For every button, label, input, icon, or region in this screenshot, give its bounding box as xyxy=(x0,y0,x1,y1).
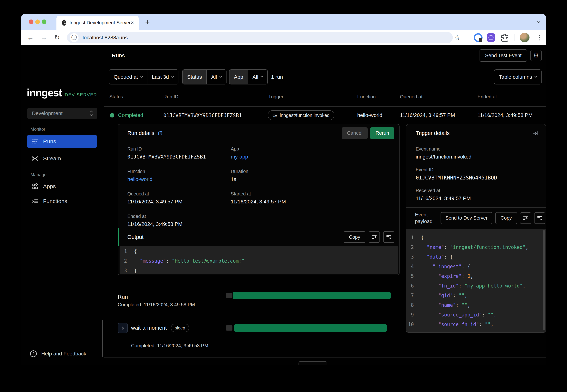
code-line: 7 "gid": "", xyxy=(406,291,546,300)
time-range-segment[interactable]: Last 3d xyxy=(147,70,178,84)
help-and-feedback[interactable]: ? Help and Feedback xyxy=(30,350,86,357)
step-timeline-bar[interactable] xyxy=(234,324,387,332)
scroll-to-bottom-icon[interactable] xyxy=(383,231,394,243)
sidebar-item-apps[interactable]: Apps xyxy=(27,180,97,193)
code-line: 3 "data": { xyxy=(406,252,546,262)
back-icon[interactable]: ← xyxy=(27,30,34,45)
manage-section-label: Manage xyxy=(30,172,47,177)
time-filter[interactable]: Queued at Last 3d xyxy=(109,70,178,84)
scroll-to-bottom-icon[interactable] xyxy=(534,212,545,224)
run-id-cell: 01JCVBTMV3WXY9D3CFDEJFZSB1 xyxy=(163,112,242,118)
extensions-puzzle-icon[interactable] xyxy=(500,33,509,42)
run-status: Completed xyxy=(118,112,143,118)
column-header: Ended at xyxy=(478,94,497,100)
sidebar-item-stream[interactable]: Stream xyxy=(27,152,97,165)
browser-tabstrip: Inngest Development Server × + xyxy=(21,14,546,30)
expand-step-button[interactable] xyxy=(118,323,128,333)
inngest-app: inngest DEV SERVER Development Monitor R… xyxy=(21,45,546,365)
chevron-down-icon xyxy=(534,75,537,78)
app-filter[interactable]: App All xyxy=(229,70,268,84)
inngest-favicon xyxy=(62,19,66,26)
new-tab-button[interactable]: + xyxy=(145,18,150,27)
send-to-dev-server-button[interactable]: Send to Dev Server xyxy=(440,212,492,224)
browser-menu-dots-icon[interactable]: ⋮ xyxy=(536,30,543,45)
app-link[interactable]: my-app xyxy=(231,154,391,160)
output-code[interactable]: 1{2 "message": "Hello test@example.com!"… xyxy=(120,246,398,274)
url-text[interactable]: localhost:8288/runs xyxy=(83,35,128,41)
traffic-light-zoom[interactable] xyxy=(42,19,46,24)
run-completed-text: Completed: 11/16/2024, 3:49:58 PM xyxy=(118,302,195,308)
copy-output-button[interactable]: Copy xyxy=(344,231,365,243)
sidebar-item-label: Runs xyxy=(43,138,56,145)
address-bar[interactable]: ⓘ localhost:8288/runs xyxy=(67,32,453,43)
status-filter-value[interactable]: All xyxy=(206,70,226,84)
page-title: Runs xyxy=(112,52,480,59)
collapse-panel-icon[interactable] xyxy=(532,130,538,136)
tab-title: Inngest Development Server xyxy=(70,20,131,26)
run-details-title: Run details xyxy=(127,130,154,136)
field-event-id: Event ID 01JCVBTMTKNHNHZ3SN64R51BQD xyxy=(416,167,497,181)
sidebar-scrollbar-thumb[interactable] xyxy=(102,320,103,357)
code-line: 11 "source_fn_v": 0, xyxy=(406,329,546,332)
profile-avatar[interactable] xyxy=(520,33,529,42)
external-link-icon[interactable] xyxy=(158,131,163,136)
forward-icon[interactable]: → xyxy=(41,30,47,45)
toolbar-divider xyxy=(514,34,514,41)
word-wrap-icon[interactable] xyxy=(369,231,380,243)
sidebar: inngest DEV SERVER Development Monitor R… xyxy=(21,45,104,365)
run-details-header: Run details Cancel Rerun xyxy=(118,124,399,142)
word-wrap-icon[interactable] xyxy=(520,212,531,224)
help-icon: ? xyxy=(30,350,37,357)
cancel-button[interactable]: Cancel xyxy=(342,127,368,139)
browser-tab[interactable]: Inngest Development Server × xyxy=(57,15,139,30)
step-completed-text: Completed: 11/16/2024, 3:49:58 PM xyxy=(131,343,208,349)
code-line: 4 "_inngest": { xyxy=(406,262,546,271)
filter-bar: Queued at Last 3d Status All App All 1 r… xyxy=(104,66,546,88)
run-count: 1 run xyxy=(271,70,283,84)
table-columns-button[interactable]: Table columns xyxy=(494,70,541,84)
field-received-at: Received at 11/16/2024, 3:49:57 PM xyxy=(416,188,471,201)
time-field-segment[interactable]: Queued at xyxy=(109,70,147,84)
trigger-badge[interactable]: «●inngest/function.invoked xyxy=(268,110,334,120)
sidebar-item-functions[interactable]: Functions xyxy=(27,195,97,208)
sidebar-item-runs[interactable]: Runs xyxy=(27,135,97,148)
field-ended-at: Ended at11/16/2024, 3:49:58 PM xyxy=(127,214,231,227)
function-cell: hello-world xyxy=(357,112,382,118)
tab-close-icon[interactable]: × xyxy=(130,19,134,26)
code-line: 1{ xyxy=(120,247,398,256)
reload-icon[interactable]: ↻ xyxy=(54,30,60,45)
copy-payload-button[interactable]: Copy xyxy=(495,212,517,224)
trigger-details-header: Trigger details xyxy=(406,124,546,142)
run-timeline-bar[interactable] xyxy=(233,292,391,299)
output-title: Output xyxy=(127,234,344,240)
settings-gear-button[interactable]: ⚙ xyxy=(530,50,541,61)
bookmark-star-icon[interactable]: ☆ xyxy=(454,30,460,45)
logo-wordmark: inngest xyxy=(27,86,62,99)
traffic-light-minimize[interactable] xyxy=(35,19,40,24)
function-link[interactable]: hello-world xyxy=(127,176,231,182)
environment-selector[interactable]: Development xyxy=(27,108,97,119)
send-test-event-button[interactable]: Send Test Event xyxy=(480,49,527,62)
run-table-row[interactable]: Completed 01JCVBTMV3WXY9D3CFDEJFZSB1 «●i… xyxy=(104,107,546,124)
payload-scrollbar[interactable] xyxy=(543,230,545,330)
site-info-icon[interactable]: ⓘ xyxy=(70,33,79,42)
event-payload-label: Event payload xyxy=(415,211,435,225)
run-details-card: Run details Cancel Rerun Run ID01JCVBTMV… xyxy=(118,124,399,275)
traffic-light-close[interactable] xyxy=(29,19,33,24)
field-run-id: Run ID01JCVBTMV3WXY9D3CFDEJFZSB1 xyxy=(127,146,231,160)
load-more-button-partial[interactable] xyxy=(298,361,327,365)
column-header: Run ID xyxy=(163,94,178,100)
field-queued-at: Queued at11/16/2024, 3:49:57 PM xyxy=(127,191,231,205)
column-header: Status xyxy=(109,94,123,100)
tab-search-chevron-icon[interactable] xyxy=(535,18,542,26)
chevron-down-icon xyxy=(140,75,143,78)
status-filter[interactable]: Status All xyxy=(182,70,227,84)
rerun-button[interactable]: Rerun xyxy=(370,127,394,139)
runs-table-header: Status Run ID Trigger Function Queued at… xyxy=(104,88,546,107)
event-payload-code[interactable]: 1{2 "name": "inngest/function.invoked",3… xyxy=(406,229,546,332)
purple-extension-icon[interactable] xyxy=(487,33,495,42)
app-filter-value[interactable]: All xyxy=(248,70,267,84)
code-line: 8 "name": "", xyxy=(406,300,546,310)
browser-window: Inngest Development Server × + ← → ↻ ⓘ l… xyxy=(21,14,546,365)
code-line: 9 "source_app_id": "", xyxy=(406,310,546,320)
